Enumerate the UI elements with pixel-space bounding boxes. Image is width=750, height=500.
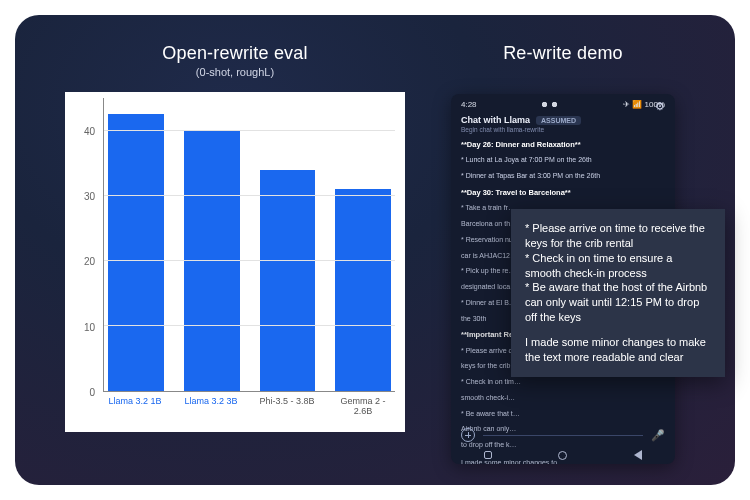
status-icons: ⏺ ⏺ — [541, 100, 559, 109]
phone-input-row: 🎤 — [461, 428, 665, 442]
chart-title: Open-rewrite eval — [162, 43, 307, 64]
nav-home-icon — [558, 451, 567, 460]
tooltip-line: * Check in on time to ensure a smooth ch… — [525, 251, 711, 281]
demo-title: Re-write demo — [503, 43, 623, 64]
chat-title-text: Chat with Llama — [461, 115, 530, 125]
tooltip-line: * Be aware that the host of the Airbnb c… — [525, 280, 711, 325]
y-tick: 40 — [84, 125, 95, 136]
nav-back-icon — [634, 450, 642, 460]
y-tick: 20 — [84, 256, 95, 267]
rewrite-tooltip: * Please arrive on time to receive the k… — [511, 209, 725, 377]
msg-line: to drop off the k… — [461, 441, 665, 450]
chat-subtitle: Begin chat with llama-rewrite — [461, 126, 665, 133]
grid-line — [104, 130, 395, 131]
status-time: 4:28 — [461, 100, 477, 109]
bar-chart: 010203040 Llama 3.2 1BLlama 3.2 3BPhi-3.… — [65, 92, 405, 432]
nav-recents-icon — [484, 451, 492, 459]
chart-column: Open-rewrite eval (0-shot, roughL) 01020… — [65, 43, 405, 464]
msg-line: **Day 30: Travel to Barcelona** — [461, 188, 665, 197]
demo-column: Re-write demo 4:28 ⏺ ⏺ ✈ 📶 100% ⚙ Chat w… — [433, 43, 693, 464]
chart-subtitle: (0-shot, roughL) — [196, 66, 274, 78]
msg-line: **Day 26: Dinner and Relaxation** — [461, 140, 665, 149]
tooltip-line: I made some minor changes to make the te… — [525, 335, 711, 365]
msg-line: * Be aware that t… — [461, 410, 665, 419]
input-line — [483, 435, 643, 436]
chat-pill: ASSUMED — [536, 116, 581, 125]
bar — [108, 114, 164, 391]
plus-icon — [461, 428, 475, 442]
grid-line — [104, 325, 395, 326]
gear-icon: ⚙ — [655, 100, 665, 113]
phone-nav-row — [451, 450, 675, 460]
msg-line: * Lunch at La Joya at 7:00 PM on the 26t… — [461, 156, 665, 165]
demo-wrap: 4:28 ⏺ ⏺ ✈ 📶 100% ⚙ Chat with Llama ASSU… — [451, 94, 675, 464]
mic-icon: 🎤 — [651, 429, 665, 442]
bar — [335, 189, 391, 391]
x-label: Llama 3.2 3B — [183, 396, 239, 432]
phone-status-bar: 4:28 ⏺ ⏺ ✈ 📶 100% — [461, 100, 665, 109]
grid-line — [104, 260, 395, 261]
y-tick: 0 — [89, 387, 95, 398]
y-tick: 10 — [84, 321, 95, 332]
msg-line: smooth check-i… — [461, 394, 665, 403]
info-card: Open-rewrite eval (0-shot, roughL) 01020… — [15, 15, 735, 485]
bar — [260, 170, 316, 391]
x-label: Llama 3.2 1B — [107, 396, 163, 432]
x-label: Gemma 2 - 2.6B — [335, 396, 391, 432]
x-label: Phi-3.5 - 3.8B — [259, 396, 315, 432]
msg-line: * Check in on tim… — [461, 378, 665, 387]
bar — [184, 131, 240, 391]
msg-line: * Dinner at Tapas Bar at 3:00 PM on the … — [461, 172, 665, 181]
grid-line — [104, 195, 395, 196]
y-tick: 30 — [84, 191, 95, 202]
chat-header: Chat with Llama ASSUMED — [461, 115, 665, 125]
tooltip-line: * Please arrive on time to receive the k… — [525, 221, 711, 251]
